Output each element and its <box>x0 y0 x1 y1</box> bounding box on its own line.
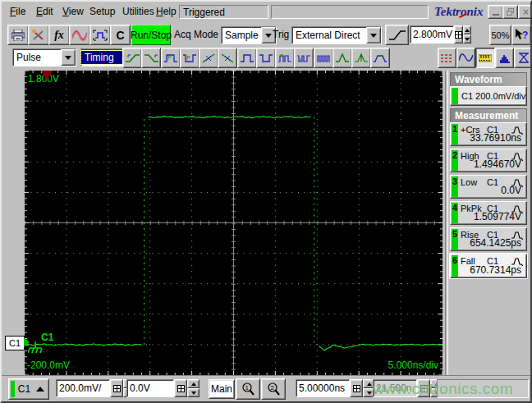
meas-neg-burst-icon: R <box>296 53 311 64</box>
histogram-icon <box>498 53 511 63</box>
vertical-offset-up[interactable] <box>187 379 200 388</box>
svg-text:?: ? <box>522 30 528 41</box>
keypad-icon <box>113 385 121 392</box>
delay-control: 21.500n <box>373 379 443 397</box>
delay-field[interactable]: 21.500n <box>373 379 417 397</box>
menu-file[interactable]: File <box>8 4 27 19</box>
channel-select-button[interactable]: C1 <box>8 378 49 400</box>
measurement-item-4[interactable]: 4 PkPkC1 1.509774V <box>450 201 527 225</box>
keypad-icon <box>353 385 360 392</box>
measurement-display-button[interactable] <box>475 48 495 68</box>
trig-level-control: 2.800mV <box>410 25 471 44</box>
channel-trace-label: C1 <box>41 332 53 343</box>
measure-category-dropdown-arrow[interactable] <box>61 49 76 66</box>
trig-level-field[interactable]: 2.800mV <box>410 25 454 44</box>
trigger-position-marker[interactable] <box>41 71 53 80</box>
timebase-field[interactable]: 5.00000ns <box>296 379 350 397</box>
waveform-display-button[interactable] <box>456 48 475 68</box>
meas-peak-amplitude-button[interactable] <box>351 48 371 68</box>
vertical-scale-field[interactable]: 200.0mV/ <box>56 379 110 397</box>
clear-button[interactable]: C <box>110 25 131 45</box>
meas-neg-burst-button[interactable]: R <box>294 48 314 68</box>
meas-neg-width-icon: P <box>182 53 197 64</box>
menu-edit[interactable]: Edit <box>34 4 55 19</box>
meas-neg-pulse-button[interactable] <box>256 48 276 68</box>
math-fx-button[interactable]: fx <box>48 25 70 45</box>
close-icon: × <box>523 8 529 16</box>
run-stop-button[interactable]: Run/Stop <box>131 25 171 45</box>
meas-multi-pulse-icon <box>316 53 331 64</box>
trig-source-dropdown-arrow[interactable] <box>366 27 381 44</box>
tekscope-window: File Edit View Setup Utilities Help Trig… <box>0 0 532 403</box>
measurement-item-3[interactable]: 3 LowC1 0.0V <box>450 175 527 199</box>
zoom2-button[interactable]: 2 <box>261 378 286 400</box>
trig-source-select[interactable]: External Direct <box>291 26 382 44</box>
meas-pos-cross-icon <box>201 53 216 64</box>
menu-utilities[interactable]: Utilities <box>121 4 156 19</box>
main-timebase-button[interactable]: Main <box>209 379 235 399</box>
meas-multi-pulse-button[interactable] <box>314 48 333 68</box>
zoom1-button[interactable]: 1 <box>236 378 260 400</box>
waveform-panel-header: Waveform <box>450 72 527 87</box>
c-icon: C <box>116 29 124 42</box>
delay-keypad-button[interactable] <box>417 379 430 397</box>
measurement-item-5[interactable]: 5 RiseC1 654.1425ps <box>450 227 527 251</box>
meas-neg-width-button[interactable]: P <box>180 48 200 68</box>
trig-level-down[interactable] <box>463 34 471 44</box>
trig-level-up[interactable] <box>463 25 471 34</box>
meas-pos-pulse-button[interactable] <box>237 48 257 68</box>
measurement-item-2[interactable]: 2 HighC1 1.494670V <box>450 149 527 172</box>
menu-setup[interactable]: Setup <box>88 4 117 19</box>
close-button[interactable]: × <box>518 5 532 19</box>
color-waveform-icon <box>72 30 87 41</box>
acq-mode-value: Sample <box>222 29 261 42</box>
svg-text:2: 2 <box>270 384 274 392</box>
vertical-scale-keypad-button[interactable] <box>110 379 123 397</box>
meas-pos-cross-button[interactable] <box>199 48 218 68</box>
vertical-offset-down[interactable] <box>187 388 200 397</box>
vertical-offset-keypad-button[interactable] <box>174 379 187 397</box>
timebase-control: 5.00000ns <box>296 379 375 397</box>
measure-category-select[interactable]: Pulse <box>12 48 76 66</box>
meas-neg-pulse-icon <box>259 53 273 64</box>
meas-burst-button[interactable]: R <box>275 48 295 68</box>
eye-diagram-display-button[interactable] <box>514 48 532 68</box>
trig-source-value: External Direct <box>292 29 366 42</box>
pulse-brackets-icon <box>93 30 108 41</box>
timebase-keypad-button[interactable] <box>350 379 363 397</box>
meas-flattop-icon <box>373 53 388 64</box>
waveform-database-button[interactable] <box>69 25 90 45</box>
timebase-per-div-label: 5.000ns/div <box>388 359 438 371</box>
tools-button[interactable] <box>28 25 49 45</box>
channel-marker[interactable]: C1 <box>5 336 25 350</box>
minimize-button[interactable] <box>488 5 503 19</box>
meas-fall-time-button[interactable] <box>141 48 161 68</box>
histogram-display-button[interactable] <box>495 48 514 68</box>
menu-help[interactable]: Help <box>154 4 178 19</box>
print-button[interactable] <box>7 25 29 45</box>
vertical-offset-field[interactable]: 0.0V <box>126 379 174 397</box>
meas-neg-cross-button[interactable] <box>218 48 237 68</box>
status-tray <box>437 379 529 398</box>
restore-button[interactable] <box>502 5 518 19</box>
eye-diagram-icon <box>518 53 530 63</box>
cursors-display-button[interactable] <box>438 48 456 68</box>
trig-slope-button[interactable] <box>385 25 409 45</box>
waveform-channel-button[interactable]: C1 200.0mV/div <box>450 86 527 106</box>
meas-rise-time-button[interactable] <box>122 48 142 68</box>
acq-mode-select[interactable]: Sample <box>221 26 277 44</box>
meas-pos-width-icon: P <box>163 53 178 64</box>
meas-pos-width-button[interactable]: P <box>161 48 181 68</box>
meas-pos-peak-button[interactable] <box>332 48 352 68</box>
measurement-item-6[interactable]: 6 FallC1 670.7314ps <box>450 254 527 278</box>
context-help-button[interactable]: ? <box>511 25 531 45</box>
meas-flattop-button[interactable] <box>370 48 390 68</box>
channel-menu-arrow-icon <box>36 387 44 392</box>
menu-view[interactable]: View <box>61 4 85 19</box>
measurement-item-1[interactable]: 1 +CrsC1 33.76910ns <box>450 122 527 146</box>
vertical-offset-spinner <box>187 379 200 397</box>
zoom-percent-button[interactable]: 50% <box>489 25 511 45</box>
trigger-status: Triggered <box>179 5 268 19</box>
autoset-button[interactable] <box>89 25 111 45</box>
trig-level-keypad-button[interactable] <box>454 25 463 44</box>
